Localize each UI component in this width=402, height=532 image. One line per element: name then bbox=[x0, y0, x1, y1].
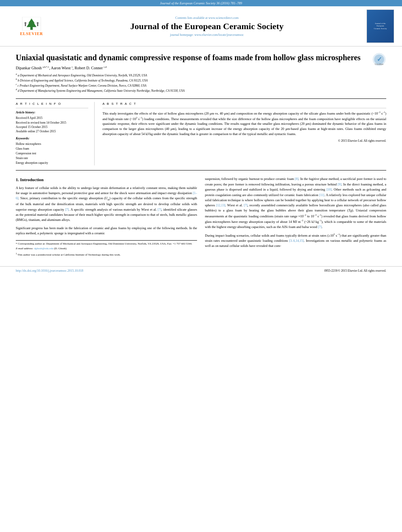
journal-reference: Journal of the European Ceramic Society … bbox=[160, 1, 242, 5]
affiliation-d: d d Department of Manufacturing Systems … bbox=[16, 88, 367, 93]
elsevier-tree-icon bbox=[22, 17, 41, 31]
revised-date: Received in revised form 14 October 2015 bbox=[16, 120, 88, 125]
intro-paragraph-2: Significant progress has been made in th… bbox=[16, 226, 197, 236]
journal-name: Journal of the European Ceramic Society bbox=[59, 21, 355, 32]
cite-7d[interactable]: [7] bbox=[318, 225, 322, 229]
journal-cover-text: Journal of theEuropeanCeramic Society bbox=[374, 22, 387, 30]
bottom-bar: http://dx.doi.org/10.1016/j.jeurceramsoc… bbox=[0, 266, 402, 275]
abstract-column: A B S T R A C T This study investigates … bbox=[102, 102, 386, 165]
elsevier-branding: ELSEVIER bbox=[8, 17, 55, 36]
article-info-abstract: A R T I C L E I N F O Article history: R… bbox=[16, 102, 386, 165]
article-title: Uniaxial quasistatic and dynamic compres… bbox=[16, 52, 367, 63]
keyword-3: Compression test bbox=[16, 151, 88, 156]
footnotes-block: * Corresponding author at: Department of… bbox=[16, 240, 197, 258]
keyword-5: Energy absorption capacity bbox=[16, 161, 88, 165]
article-info-column: A R T I C L E I N F O Article history: R… bbox=[16, 102, 95, 165]
footnote-email: E-mail address: dghosh@odu.edu (D. Ghosh… bbox=[16, 247, 197, 251]
copyright-notice: © 2015 Elsevier Ltd. All rights reserved… bbox=[102, 139, 386, 143]
issn-text: 0955-2219/© 2015 Elsevier Ltd. All right… bbox=[324, 269, 386, 272]
sciencedirect-link[interactable]: Contents lists available at www.scienced… bbox=[59, 16, 355, 20]
cite-12-13[interactable]: [12,13] bbox=[216, 204, 225, 207]
elsevier-wordmark: ELSEVIER bbox=[20, 32, 43, 36]
journal-cover-block: Journal of theEuropeanCeramic Society bbox=[359, 9, 394, 43]
keywords-label: Keywords: bbox=[16, 137, 88, 140]
svg-rect-5 bbox=[37, 24, 38, 26]
intro-section-title: 1. Introduction bbox=[16, 176, 197, 183]
affiliations-block: a a Department of Mechanical and Aerospa… bbox=[16, 72, 367, 93]
info-divider bbox=[16, 108, 88, 108]
keyword-2: Glass foam bbox=[16, 146, 88, 151]
journal-cover-image: Journal of theEuropeanCeramic Society bbox=[367, 9, 394, 43]
cite-10[interactable]: [10] bbox=[326, 188, 331, 191]
affiliation-b: b b Division of Engineering and Applied … bbox=[16, 78, 367, 83]
elsevier-logo-block: ELSEVIER bbox=[8, 17, 55, 36]
cite-11[interactable]: [11] bbox=[319, 193, 324, 197]
intro-paragraph-1: A key feature of cellular solids is the … bbox=[16, 185, 197, 222]
article-authors: Dipankar Ghosh a,b,*,1, Aaron Wiest c, R… bbox=[16, 66, 367, 70]
email-link[interactable]: dghosh@odu.edu bbox=[34, 247, 53, 250]
svg-point-4 bbox=[37, 22, 39, 24]
journal-reference-bar: Journal of the European Ceramic Society … bbox=[0, 0, 402, 6]
journal-header: ELSEVIER Contents lists available at www… bbox=[0, 6, 402, 46]
footnote-1: 1 This author was a postdoctoral scholar… bbox=[16, 252, 197, 257]
cite-3-6-14-15[interactable]: [3–6,14,15] bbox=[289, 239, 304, 243]
keyword-1: Hollow microspheres bbox=[16, 142, 88, 146]
body-left-column: 1. Introduction A key feature of cellula… bbox=[16, 176, 197, 258]
right-paragraph-1: suspension, followed by organic burnout … bbox=[205, 176, 386, 230]
abstract-heading: A B S T R A C T bbox=[102, 102, 386, 106]
svg-text:CrossMark: CrossMark bbox=[375, 63, 384, 65]
right-paragraph-2: During impact loading scenarios, cellula… bbox=[205, 233, 386, 249]
svg-text:✓: ✓ bbox=[377, 56, 382, 63]
article-header: Uniaxial quasistatic and dynamic compres… bbox=[16, 52, 386, 95]
title-divider bbox=[16, 98, 386, 99]
journal-title-block: Contents lists available at www.scienced… bbox=[59, 16, 355, 37]
journal-homepage-link[interactable]: journal homepage: www.elsevier.com/locat… bbox=[59, 33, 355, 37]
cite-7a[interactable]: [7] bbox=[65, 208, 69, 211]
footnote-corresponding: * Corresponding author at: Department of… bbox=[16, 242, 197, 246]
cite-8[interactable]: [8] bbox=[295, 177, 298, 181]
abstract-body-divider bbox=[16, 170, 386, 171]
body-right-column: suspension, followed by organic burnout … bbox=[205, 176, 386, 258]
cite-7c[interactable]: [7] bbox=[244, 204, 248, 207]
doi-link[interactable]: http://dx.doi.org/10.1016/j.jeurceramsoc… bbox=[16, 269, 83, 272]
article-info-heading: A R T I C L E I N F O bbox=[16, 102, 88, 106]
svg-rect-3 bbox=[25, 24, 26, 26]
accepted-date: Accepted 15 October 2015 bbox=[16, 125, 88, 129]
body-section: 1. Introduction A key feature of cellula… bbox=[16, 176, 386, 258]
crossmark-icon: ✓ CrossMark bbox=[372, 52, 386, 67]
available-date: Available online 27 October 2015 bbox=[16, 129, 88, 133]
keyword-4: Strain rate bbox=[16, 156, 88, 161]
main-content: Uniaxial quasistatic and dynamic compres… bbox=[0, 46, 402, 262]
abstract-text: This study investigates the effects of t… bbox=[102, 111, 386, 136]
article-title-block: Uniaxial quasistatic and dynamic compres… bbox=[16, 52, 367, 95]
cite-9[interactable]: [9] bbox=[338, 183, 341, 186]
svg-point-2 bbox=[24, 22, 26, 24]
affiliation-a: a a Department of Mechanical and Aerospa… bbox=[16, 72, 367, 78]
abstract-divider bbox=[102, 108, 386, 108]
history-label: Article history: bbox=[16, 111, 88, 114]
crossmark-block: ✓ CrossMark bbox=[370, 52, 386, 95]
cite-7b[interactable]: [7] bbox=[158, 208, 161, 211]
affiliation-c: c c Product Engineering Department, Nava… bbox=[16, 83, 367, 88]
received-date: Received 8 April 2015 bbox=[16, 116, 88, 120]
